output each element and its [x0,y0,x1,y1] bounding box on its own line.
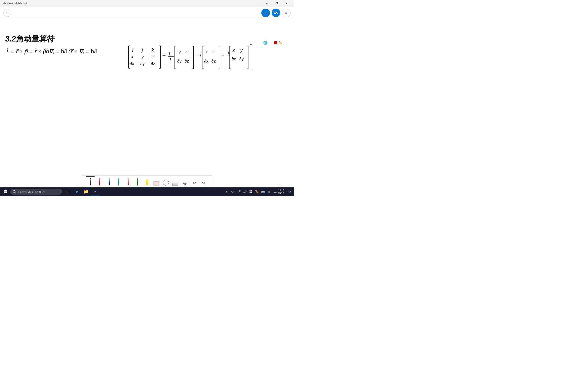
svg-text:=: = [162,52,166,58]
svg-text:j: j [200,51,202,56]
pen-green-icon [137,178,138,186]
svg-text:y: y [178,49,181,54]
network-icon[interactable] [230,188,235,196]
svg-text:z: z [151,54,154,59]
svg-point-62 [13,190,15,192]
globe-icon[interactable]: 🌐 [263,40,268,45]
red-swatch[interactable] [274,41,277,44]
svg-text:3.2角动量算符: 3.2角动量算符 [5,34,55,43]
taskbar: 在这里输入你要搜索的内容 ⊞ e 📁 ~ ∧ [0,188,294,196]
system-tray: ∧ 🎤 🔊 ✏️ ⌨️ 英 [224,188,294,196]
svg-text:+: + [221,52,224,58]
taskview-icon: ⊞ [66,190,70,194]
user-avatar-button[interactable]: 👤 [261,8,270,17]
highlighter-tool[interactable] [143,176,151,186]
menu-button[interactable]: ≡ [282,8,290,17]
svg-text:x: x [205,49,208,54]
pen-red-tool[interactable] [96,176,104,186]
pen-green-tool[interactable] [133,176,142,186]
svg-text:∂z: ∂z [184,59,189,64]
svg-rect-66 [251,190,252,192]
svg-text:x: x [232,48,235,53]
highlighter-icon [146,179,148,186]
taskbar-taskview[interactable]: ⊞ [64,188,72,196]
wc-avatar-button[interactable]: WC [272,8,280,17]
volume-icon[interactable]: 🔊 [242,188,247,196]
taskbar-whiteboard[interactable]: ~ [91,188,99,196]
svg-text:i: i [170,56,171,62]
undo-icon: ↩ [192,180,196,186]
tray-chevron[interactable]: ∧ [224,188,229,196]
svg-rect-61 [5,192,7,194]
toolbar-right: 👤 WC ≡ [261,8,290,17]
floating-tools: 🌐 | ✏️ [263,40,283,45]
start-button[interactable] [0,188,10,196]
pen-black-icon [90,178,91,186]
mic-icon[interactable]: 🎤 [236,188,241,196]
svg-text:x: x [131,54,134,59]
chevron-up-icon: ∧ [226,190,228,194]
close-button[interactable]: ✕ [282,0,292,7]
svg-line-63 [15,192,16,193]
pen-teal-tool[interactable] [114,176,123,186]
drawing-toolbar: ⊕ ↩ ↪ [82,175,212,188]
action-center-icon[interactable] [248,188,254,196]
svg-text:y: y [141,54,144,59]
svg-text:∂y: ∂y [240,56,244,61]
pen-dark-red-tool[interactable] [124,176,132,186]
pen-icon[interactable]: ✏️ [278,40,283,45]
ruler-tool[interactable] [171,176,180,186]
pen-teal-icon [118,178,119,186]
canvas-area[interactable]: 3.2角动量算符 L̂ = r⃗ × p̂ = r̂ × (iħ∇) = ħ/i… [0,19,294,188]
svg-rect-68 [251,192,252,193]
file-explorer-icon: 📁 [84,189,88,194]
keyboard-icon[interactable]: ⌨️ [260,188,266,196]
svg-text:∂z: ∂z [151,61,155,66]
svg-text:∂x: ∂x [204,59,208,64]
taskbar-edge[interactable]: e [73,188,81,196]
svg-text:∂y: ∂y [140,61,145,66]
clock-date: 2020/4/13 [274,192,284,195]
ruler-icon [172,184,178,186]
language-indicator[interactable]: 英 [266,188,272,196]
eraser-tool[interactable] [152,176,161,186]
notification-button[interactable]: 🗨 [286,188,292,196]
undo-button[interactable]: ↩ [190,176,198,186]
menu-icon: ≡ [285,10,288,15]
svg-rect-67 [250,192,250,193]
whiteboard-content: 3.2角动量算符 L̂ = r⃗ × p̂ = r̂ × (iħ∇) = ħ/i… [2,31,286,84]
svg-text:i: i [132,48,134,53]
svg-text:z: z [212,49,215,54]
notification-icon: 🗨 [288,190,291,194]
redo-button[interactable]: ↪ [200,176,208,186]
taskbar-file-explorer[interactable]: 📁 [82,188,90,196]
pen-red-icon [99,178,100,186]
wc-label: WC [274,11,278,14]
user-icon: 👤 [264,11,268,15]
svg-text:z: z [185,49,188,54]
eraser-icon [154,182,160,186]
separator-icon: | [269,40,273,45]
pen-dark-red-icon [128,178,129,186]
svg-text:∂x: ∂x [130,61,134,66]
clock[interactable]: 18:13 2020/4/13 [272,189,286,195]
pen-blue-tool[interactable] [105,176,114,186]
language-label: 英 [268,190,270,194]
svg-point-64 [232,192,233,193]
search-bar[interactable]: 在这里输入你要搜索的内容 [10,189,62,195]
add-tool[interactable]: ⊕ [180,176,189,186]
input-icon[interactable]: ✏️ [254,188,260,196]
svg-rect-60 [4,192,5,194]
back-icon: ← [6,11,9,15]
selector-tool[interactable] [162,176,170,186]
pen-black-tool[interactable] [86,176,94,186]
restore-button[interactable]: ❐ [272,0,282,7]
svg-text:k̃: k̃ [227,51,231,56]
whiteboard-icon: ~ [94,189,96,194]
back-button[interactable]: ← [4,9,11,17]
svg-rect-65 [250,190,250,192]
minimize-button[interactable]: – [262,0,272,7]
window-controls: – ❐ ✕ [262,0,292,7]
svg-text:L̂
         = 
        r⃗ × p̂: L̂ = r⃗ × p̂ = r̂ × (iħ∇) = ħ/i (r⃗ × ∇)… [6,48,97,54]
edge-icon: e [76,190,78,194]
